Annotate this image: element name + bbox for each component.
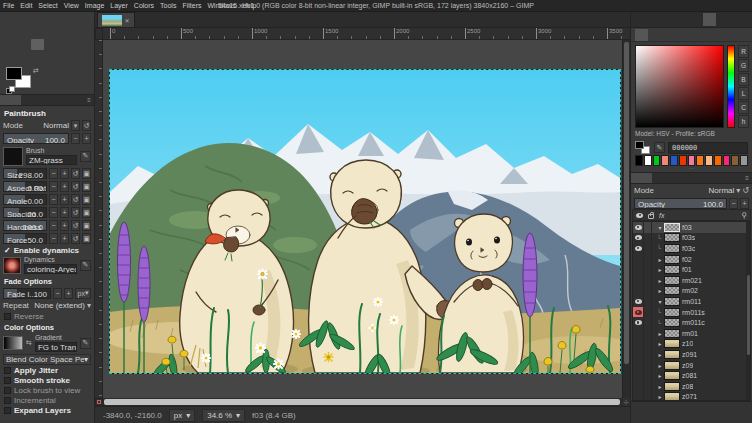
mode-reset-icon[interactable]: ↺ xyxy=(82,120,91,131)
visibility-toggle[interactable] xyxy=(633,360,644,371)
menu-item[interactable]: View xyxy=(61,2,82,9)
expander-icon[interactable]: ▸ xyxy=(656,277,664,284)
checkbox-box[interactable] xyxy=(4,387,11,394)
enable-dynamics-checkbox[interactable]: ✓ Enable dynamics xyxy=(0,245,94,255)
expander-icon[interactable]: ▸ xyxy=(656,287,664,294)
horizontal-scrollbar-thumb[interactable] xyxy=(104,399,620,405)
bucket-fill-tool[interactable] xyxy=(17,39,30,50)
menu-item[interactable]: Image xyxy=(82,2,107,9)
reset-icon[interactable]: ↺ xyxy=(71,207,80,218)
paintbrush-tool[interactable] xyxy=(31,39,44,50)
expander-icon[interactable]: ▸ xyxy=(656,383,664,390)
menu-item[interactable]: File xyxy=(0,2,17,9)
navigation-button[interactable]: ⊹ xyxy=(622,398,630,406)
visibility-toggle[interactable] xyxy=(633,296,644,307)
smudge-tool[interactable] xyxy=(73,39,86,50)
checkbox-box[interactable] xyxy=(4,407,11,414)
palette-swatch[interactable] xyxy=(661,155,669,166)
channel-button[interactable]: R xyxy=(738,45,749,58)
tab-patterns[interactable] xyxy=(661,13,674,26)
slider-track[interactable]: Spacing 20.0 xyxy=(3,207,47,218)
unified-transform-tool[interactable] xyxy=(73,27,86,38)
tab-palettes[interactable] xyxy=(689,13,702,26)
tablet-link-icon[interactable]: ▣ xyxy=(82,194,91,205)
tab-channels[interactable] xyxy=(652,173,673,183)
layer-row[interactable]: └ rm011s xyxy=(633,307,750,318)
link-cell[interactable] xyxy=(644,254,652,265)
palette-swatch[interactable] xyxy=(731,155,739,166)
tab-images[interactable] xyxy=(63,95,84,105)
expander-icon[interactable]: ▸ xyxy=(656,330,664,337)
visibility-toggle[interactable] xyxy=(633,254,644,265)
palette-swatch[interactable] xyxy=(679,155,687,166)
menu-item[interactable]: Layer xyxy=(107,2,131,9)
search-icon[interactable]: ⚲ xyxy=(741,211,747,220)
expander-icon[interactable]: ▸ xyxy=(656,362,664,369)
visibility-header-icon[interactable] xyxy=(636,213,643,218)
layer-row[interactable]: ▸ z08 xyxy=(633,381,750,392)
tablet-link-icon[interactable]: ▣ xyxy=(82,181,91,192)
tab-layers[interactable] xyxy=(631,173,652,183)
expander-icon[interactable]: ▾ xyxy=(656,298,664,305)
expander-icon[interactable]: ▾ xyxy=(656,224,664,231)
option-checkbox[interactable]: Apply Jitter xyxy=(0,365,94,375)
visibility-toggle[interactable] xyxy=(633,370,644,381)
decrement-icon[interactable]: − xyxy=(49,194,58,205)
color-tab-watercolor[interactable] xyxy=(667,29,680,41)
option-checkbox[interactable]: Incremental xyxy=(0,395,94,405)
repeat-chevron-icon[interactable]: ▾ xyxy=(87,301,91,310)
canvas-image[interactable] xyxy=(110,70,620,373)
fade-increment-icon[interactable]: + xyxy=(64,288,73,299)
tablet-link-icon[interactable]: ▣ xyxy=(82,233,91,244)
palette-swatch[interactable] xyxy=(705,155,713,166)
slider-track[interactable]: Aspect Ratio 0.00 xyxy=(3,181,47,192)
reset-icon[interactable]: ↺ xyxy=(71,168,80,179)
visibility-toggle[interactable] xyxy=(633,243,644,254)
effects-header-icon[interactable]: fx xyxy=(659,212,664,219)
brush-edit-icon[interactable]: ✎ xyxy=(80,151,91,162)
reset-icon[interactable]: ↺ xyxy=(71,181,80,192)
visibility-toggle[interactable] xyxy=(633,317,644,328)
decrement-icon[interactable]: − xyxy=(49,168,58,179)
visibility-toggle[interactable] xyxy=(633,275,644,286)
option-checkbox[interactable]: Expand Layers xyxy=(0,405,94,415)
free-select-tool[interactable] xyxy=(31,27,44,38)
link-cell[interactable] xyxy=(644,317,652,328)
move-tool[interactable] xyxy=(3,27,16,38)
layer-row[interactable]: ▸ f02 xyxy=(633,254,750,265)
palette-swatch[interactable] xyxy=(653,155,661,166)
link-cell[interactable] xyxy=(644,392,652,402)
layer-row[interactable]: ▾ f03 xyxy=(633,222,750,233)
visibility-toggle[interactable] xyxy=(633,381,644,392)
hue-strip[interactable] xyxy=(727,45,735,128)
layer-opacity-slider[interactable]: Opacity 100.0 xyxy=(634,198,727,209)
vertical-scrollbar[interactable] xyxy=(622,40,630,398)
increment-icon[interactable]: + xyxy=(60,233,69,244)
quick-mask-button[interactable] xyxy=(95,398,103,406)
expander-icon[interactable]: ▸ xyxy=(656,351,664,358)
vertical-scrollbar-thumb[interactable] xyxy=(624,42,629,364)
layer-row[interactable]: └ rm011c xyxy=(633,317,750,328)
layer-row[interactable]: ▸ rm02 xyxy=(633,286,750,297)
repeat-value[interactable]: None (extend) xyxy=(34,301,85,310)
crop-tool[interactable] xyxy=(59,27,72,38)
fg-bg-colors[interactable]: ⇄ xyxy=(6,67,94,94)
fade-slider[interactable]: Fade l... 100 xyxy=(3,288,51,299)
palette-swatch[interactable] xyxy=(644,155,652,166)
checkbox-box[interactable] xyxy=(4,313,11,320)
tablet-link-icon[interactable]: ▣ xyxy=(82,220,91,231)
layer-row[interactable]: ▸ f01 xyxy=(633,264,750,275)
tablet-link-icon[interactable]: ▣ xyxy=(82,168,91,179)
opacity-increment-icon[interactable]: + xyxy=(82,133,91,144)
layer-row[interactable]: └ f03s xyxy=(633,233,750,244)
layer-row[interactable]: ▸ z091 xyxy=(633,349,750,360)
layer-row[interactable]: ▾ rm011 xyxy=(633,296,750,307)
tablet-link-icon[interactable]: ▣ xyxy=(82,207,91,218)
mode-value[interactable]: Normal xyxy=(43,121,69,130)
link-cell[interactable] xyxy=(644,296,652,307)
clone-tool[interactable] xyxy=(59,39,72,50)
menu-item[interactable]: Edit xyxy=(17,2,35,9)
reset-icon[interactable]: ↺ xyxy=(71,220,80,231)
layer-mode-value[interactable]: Normal xyxy=(709,186,735,195)
mode-reset-icon[interactable]: ↺ xyxy=(742,186,749,195)
